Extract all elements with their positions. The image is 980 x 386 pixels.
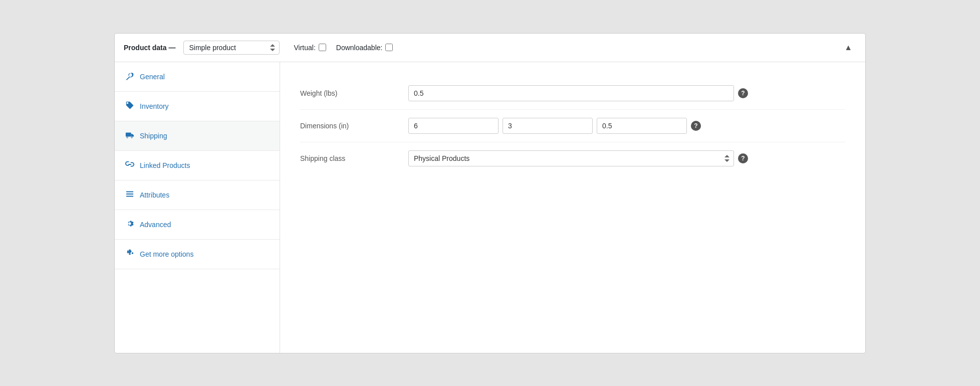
sidebar-label-general: General xyxy=(140,73,165,81)
product-data-box: Product data — Simple product Variable p… xyxy=(114,33,866,353)
dimensions-length-input[interactable] xyxy=(408,118,499,134)
shipping-class-row: Shipping class Physical Products No ship… xyxy=(300,142,845,174)
downloadable-checkbox[interactable] xyxy=(385,44,393,51)
svg-rect-4 xyxy=(126,194,133,195)
link-icon xyxy=(125,160,135,171)
dimensions-label: Dimensions (in) xyxy=(300,122,400,130)
gear-icon xyxy=(125,219,135,230)
weight-help-icon[interactable]: ? xyxy=(738,88,748,98)
header-checks: Virtual: Downloadable: xyxy=(294,44,393,52)
shipping-class-label: Shipping class xyxy=(300,154,400,162)
weight-controls: ? xyxy=(408,85,845,101)
svg-rect-3 xyxy=(126,191,133,192)
product-data-title: Product data — xyxy=(124,44,175,52)
weight-row: Weight (lbs) ? xyxy=(300,77,845,110)
puzzle-icon xyxy=(125,249,135,260)
sidebar-item-shipping[interactable]: Shipping xyxy=(115,121,280,151)
sidebar-item-linked-products[interactable]: Linked Products xyxy=(115,151,280,180)
dimensions-height-input[interactable] xyxy=(597,118,687,134)
sidebar-item-get-more-options[interactable]: Get more options xyxy=(115,240,280,269)
sidebar-item-inventory[interactable]: Inventory xyxy=(115,92,280,121)
downloadable-label: Downloadable: xyxy=(336,44,393,52)
sidebar-label-advanced: Advanced xyxy=(140,221,171,229)
product-data-body: General Inventory xyxy=(115,62,865,353)
collapse-button[interactable]: ▲ xyxy=(840,41,856,54)
sidebar-label-inventory: Inventory xyxy=(140,102,169,110)
tag-icon xyxy=(125,101,135,112)
virtual-label: Virtual: xyxy=(294,44,326,52)
sidebar-label-attributes: Attributes xyxy=(140,191,169,199)
dimensions-help-icon[interactable]: ? xyxy=(691,121,701,131)
shipping-class-controls: Physical Products No shipping class ? xyxy=(408,150,845,166)
dimensions-controls: ? xyxy=(408,118,845,134)
sidebar-item-advanced[interactable]: Advanced xyxy=(115,210,280,240)
svg-point-1 xyxy=(127,136,128,138)
shipping-panel: Weight (lbs) ? Dimensions (in) ? Shippin xyxy=(280,62,865,353)
product-type-select[interactable]: Simple product Variable product Grouped … xyxy=(183,41,280,55)
weight-label: Weight (lbs) xyxy=(300,89,400,97)
weight-input[interactable] xyxy=(408,85,734,101)
sidebar-item-attributes[interactable]: Attributes xyxy=(115,180,280,210)
truck-icon xyxy=(125,130,135,141)
shipping-class-help-icon[interactable]: ? xyxy=(738,153,748,163)
svg-point-2 xyxy=(131,136,133,138)
svg-rect-0 xyxy=(126,132,131,136)
sidebar-item-general[interactable]: General xyxy=(115,62,280,92)
svg-rect-5 xyxy=(126,196,133,197)
wrench-icon xyxy=(125,71,135,82)
sidebar-label-shipping: Shipping xyxy=(140,132,167,140)
shipping-class-select[interactable]: Physical Products No shipping class xyxy=(408,150,734,166)
sidebar: General Inventory xyxy=(115,62,280,353)
virtual-checkbox[interactable] xyxy=(319,44,326,51)
dimensions-width-input[interactable] xyxy=(503,118,593,134)
sidebar-label-get-more-options: Get more options xyxy=(140,250,193,258)
product-data-header: Product data — Simple product Variable p… xyxy=(115,34,865,62)
list-icon xyxy=(125,189,135,201)
sidebar-label-linked-products: Linked Products xyxy=(140,161,190,169)
dimensions-row: Dimensions (in) ? xyxy=(300,110,845,142)
